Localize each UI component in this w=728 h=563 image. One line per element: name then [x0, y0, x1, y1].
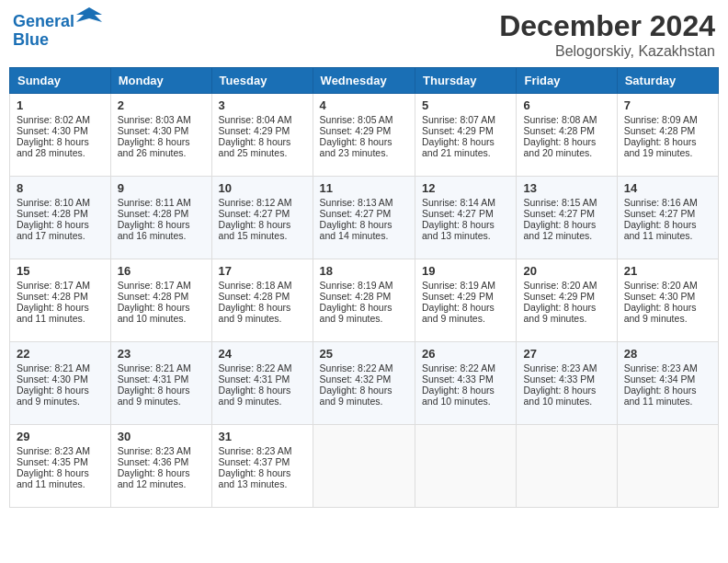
day-info-line: Daylight: 8 hours	[219, 385, 306, 396]
calendar-cell: 14Sunrise: 8:16 AMSunset: 4:27 PMDayligh…	[617, 177, 718, 259]
day-info-line: Sunrise: 8:12 AM	[219, 197, 306, 208]
day-info-line: Daylight: 8 hours	[624, 219, 711, 230]
day-info-line: Sunrise: 8:03 AM	[118, 114, 205, 125]
day-info-line: Sunrise: 8:08 AM	[523, 114, 609, 125]
calendar-cell: 26Sunrise: 8:22 AMSunset: 4:33 PMDayligh…	[415, 342, 517, 425]
day-number: 15	[17, 264, 104, 278]
day-info-line: Sunset: 4:34 PM	[624, 373, 711, 385]
calendar-cell: 17Sunrise: 8:18 AMSunset: 4:28 PMDayligh…	[211, 259, 313, 342]
day-info-line: Sunset: 4:27 PM	[320, 208, 408, 219]
day-info-line: Daylight: 8 hours	[17, 467, 104, 478]
day-info-line: Daylight: 8 hours	[118, 136, 205, 147]
day-number: 20	[523, 264, 609, 278]
title-section: December 2024 Belogorskiy, Kazakhstan	[499, 9, 715, 60]
day-number: 13	[523, 181, 609, 195]
day-info-line: Daylight: 8 hours	[624, 385, 711, 396]
day-info-line: Daylight: 8 hours	[523, 385, 609, 396]
day-info-line: Sunset: 4:31 PM	[118, 373, 205, 385]
day-info-line: Sunset: 4:29 PM	[219, 125, 306, 136]
day-number: 22	[17, 347, 104, 361]
day-info-line: Sunrise: 8:23 AM	[219, 445, 306, 456]
calendar-cell: 16Sunrise: 8:17 AMSunset: 4:28 PMDayligh…	[110, 259, 211, 342]
calendar-cell: 30Sunrise: 8:23 AMSunset: 4:36 PMDayligh…	[110, 425, 211, 508]
calendar-cell: 21Sunrise: 8:20 AMSunset: 4:30 PMDayligh…	[617, 259, 718, 342]
day-info-line: and 11 minutes.	[17, 478, 104, 489]
calendar-cell: 20Sunrise: 8:20 AMSunset: 4:29 PMDayligh…	[517, 259, 617, 342]
calendar-cell	[415, 425, 517, 508]
calendar-cell: 15Sunrise: 8:17 AMSunset: 4:28 PMDayligh…	[10, 259, 111, 342]
day-info-line: Daylight: 8 hours	[422, 136, 509, 147]
day-info-line: Daylight: 8 hours	[422, 385, 509, 396]
day-info-line: and 20 minutes.	[523, 147, 609, 158]
day-info-line: and 26 minutes.	[118, 147, 205, 158]
day-info-line: Daylight: 8 hours	[523, 302, 609, 313]
day-info-line: Sunset: 4:30 PM	[17, 125, 104, 136]
calendar-cell: 28Sunrise: 8:23 AMSunset: 4:34 PMDayligh…	[617, 342, 718, 425]
day-number: 14	[624, 181, 711, 195]
calendar-week-row: 15Sunrise: 8:17 AMSunset: 4:28 PMDayligh…	[10, 259, 719, 342]
day-info-line: and 25 minutes.	[219, 147, 306, 158]
calendar-cell: 25Sunrise: 8:22 AMSunset: 4:32 PMDayligh…	[313, 342, 415, 425]
day-info-line: Daylight: 8 hours	[320, 385, 408, 396]
calendar-week-row: 1Sunrise: 8:02 AMSunset: 4:30 PMDaylight…	[10, 94, 719, 177]
day-info-line: Daylight: 8 hours	[17, 136, 104, 147]
day-info-line: Sunset: 4:28 PM	[523, 125, 609, 136]
day-number: 18	[320, 264, 408, 278]
day-info-line: Sunset: 4:31 PM	[219, 373, 306, 385]
day-info-line: Sunrise: 8:17 AM	[17, 280, 104, 291]
day-info-line: and 9 minutes.	[523, 313, 609, 324]
col-header-saturday: Saturday	[617, 68, 718, 94]
day-info-line: Sunset: 4:28 PM	[624, 125, 711, 136]
calendar-cell: 1Sunrise: 8:02 AMSunset: 4:30 PMDaylight…	[10, 94, 111, 177]
col-header-friday: Friday	[517, 68, 617, 94]
day-info-line: Sunrise: 8:23 AM	[624, 362, 711, 373]
calendar-cell: 10Sunrise: 8:12 AMSunset: 4:27 PMDayligh…	[211, 177, 313, 259]
day-info-line: Sunrise: 8:09 AM	[624, 114, 711, 125]
day-number: 6	[523, 98, 609, 112]
day-info-line: Sunrise: 8:23 AM	[118, 445, 205, 456]
calendar-table: SundayMondayTuesdayWednesdayThursdayFrid…	[9, 67, 719, 508]
day-info-line: Sunset: 4:28 PM	[118, 208, 205, 219]
day-number: 12	[422, 181, 509, 195]
calendar-cell: 7Sunrise: 8:09 AMSunset: 4:28 PMDaylight…	[617, 94, 718, 177]
calendar-week-row: 29Sunrise: 8:23 AMSunset: 4:35 PMDayligh…	[10, 425, 719, 508]
day-info-line: and 10 minutes.	[523, 396, 609, 407]
day-number: 26	[422, 347, 509, 361]
day-info-line: and 9 minutes.	[17, 396, 104, 407]
day-info-line: Sunset: 4:37 PM	[219, 456, 306, 467]
day-number: 9	[118, 181, 205, 195]
day-info-line: Daylight: 8 hours	[118, 302, 205, 313]
day-info-line: Sunrise: 8:17 AM	[118, 280, 205, 291]
day-info-line: Sunrise: 8:23 AM	[17, 445, 104, 456]
day-info-line: Daylight: 8 hours	[118, 385, 205, 396]
day-number: 2	[118, 98, 205, 112]
day-info-line: Daylight: 8 hours	[624, 136, 711, 147]
day-number: 27	[523, 347, 609, 361]
day-info-line: Sunrise: 8:13 AM	[320, 197, 408, 208]
calendar-cell: 19Sunrise: 8:19 AMSunset: 4:29 PMDayligh…	[415, 259, 517, 342]
day-info-line: Daylight: 8 hours	[523, 136, 609, 147]
day-info-line: and 13 minutes.	[219, 478, 306, 489]
col-header-sunday: Sunday	[10, 68, 111, 94]
day-number: 29	[17, 430, 104, 443]
svg-marker-0	[76, 7, 102, 22]
day-info-line: Sunset: 4:28 PM	[320, 291, 408, 302]
day-info-line: Sunset: 4:29 PM	[422, 125, 509, 136]
day-info-line: Sunrise: 8:16 AM	[624, 197, 711, 208]
day-info-line: Daylight: 8 hours	[624, 302, 711, 313]
day-info-line: and 9 minutes.	[320, 396, 408, 407]
day-info-line: and 19 minutes.	[624, 147, 711, 158]
calendar-cell: 27Sunrise: 8:23 AMSunset: 4:33 PMDayligh…	[517, 342, 617, 425]
calendar-cell: 29Sunrise: 8:23 AMSunset: 4:35 PMDayligh…	[10, 425, 111, 508]
day-info-line: and 12 minutes.	[118, 478, 205, 489]
calendar-cell: 11Sunrise: 8:13 AMSunset: 4:27 PMDayligh…	[313, 177, 415, 259]
day-info-line: and 21 minutes.	[422, 147, 509, 158]
col-header-wednesday: Wednesday	[313, 68, 415, 94]
day-number: 3	[219, 98, 306, 112]
day-info-line: Daylight: 8 hours	[219, 467, 306, 478]
logo-bird-icon	[76, 6, 102, 35]
day-info-line: Sunrise: 8:14 AM	[422, 197, 509, 208]
day-info-line: Daylight: 8 hours	[320, 219, 408, 230]
day-info-line: Sunset: 4:29 PM	[320, 125, 408, 136]
day-info-line: Sunset: 4:30 PM	[118, 125, 205, 136]
